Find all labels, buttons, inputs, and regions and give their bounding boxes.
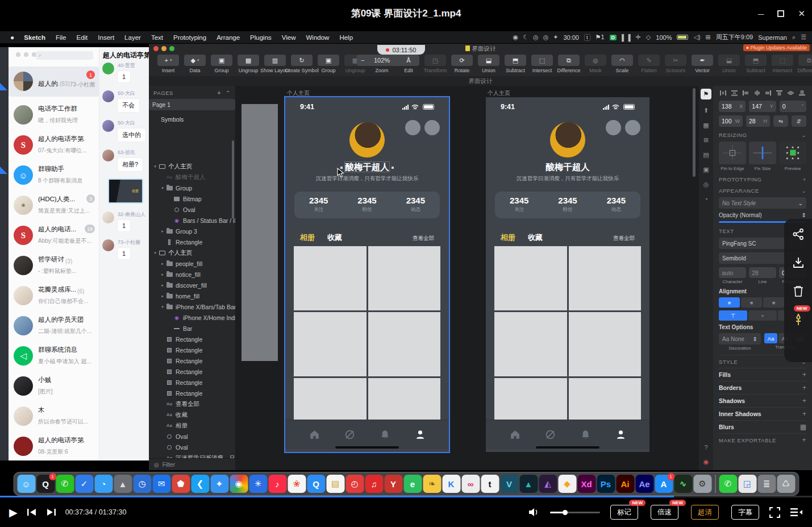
text-style-select[interactable]: No Text Style⌄ bbox=[719, 197, 806, 209]
rotation-field[interactable]: 0° bbox=[780, 101, 806, 112]
toolbar-show-layout-button[interactable]: ▥Show Layout bbox=[263, 55, 288, 73]
dock-evernote-icon[interactable]: e bbox=[403, 475, 422, 493]
chat-list-item[interactable]: 电话亭工作群嗯，传好我先理 bbox=[9, 100, 99, 130]
menu-plugins[interactable]: Plugins bbox=[245, 34, 277, 41]
layer-row[interactable]: Aa查看全部 bbox=[149, 399, 235, 409]
dock-youdao-icon[interactable]: Y bbox=[384, 475, 402, 493]
discover-icon[interactable] bbox=[544, 429, 556, 441]
toolbar-group-button[interactable]: ▣Group bbox=[316, 55, 341, 73]
align-top-icon[interactable] bbox=[776, 90, 783, 96]
layer-row[interactable]: Rectangle bbox=[149, 345, 235, 355]
toolbar-vector-button[interactable]: ✒Vector bbox=[690, 55, 715, 73]
layer-row[interactable]: Rectangle bbox=[149, 377, 235, 388]
dock-app-store-icon[interactable]: A1 bbox=[655, 475, 673, 493]
dock-alarm-app-icon[interactable]: ◴ bbox=[345, 475, 364, 493]
dock-reminders-icon[interactable]: ✓ bbox=[75, 475, 93, 493]
make-exportable-row[interactable]: MAKE EXPORTABLE+ bbox=[719, 433, 806, 446]
style-row-shadows[interactable]: Shadows+ bbox=[719, 394, 806, 407]
menubar-clock[interactable]: 周五下午9:09 bbox=[716, 33, 753, 42]
toolbar-create-symbol-button[interactable]: ↻Create Symbol bbox=[289, 55, 314, 73]
layer-row[interactable]: Oval bbox=[149, 204, 235, 215]
control-center-icon[interactable]: ☰ bbox=[801, 34, 806, 41]
dock-photoshop-icon[interactable]: Ps bbox=[597, 475, 615, 493]
dock-wechat-icon[interactable]: ✆ bbox=[56, 475, 74, 493]
y-field[interactable]: 147Y bbox=[749, 101, 776, 112]
dock-rocket-app-icon[interactable]: ▲ bbox=[114, 475, 132, 493]
user-name[interactable]: Superman bbox=[758, 34, 787, 41]
layer-row[interactable]: ▾个人主页 bbox=[149, 247, 235, 258]
align-middle-v-icon[interactable] bbox=[787, 90, 794, 96]
layer-row[interactable]: ▸notice_fill bbox=[149, 269, 235, 280]
dock-preview-app-icon[interactable]: ◲ bbox=[738, 475, 756, 493]
align-text-top-button[interactable]: ⊤ bbox=[719, 310, 747, 321]
toolbar-union-button[interactable]: ⬓Union bbox=[476, 55, 501, 73]
player-超清-button[interactable]: 超清 bbox=[691, 505, 719, 520]
dock-affinity-photo-icon[interactable]: ◭ bbox=[539, 475, 557, 493]
menu-layer[interactable]: Layer bbox=[119, 34, 146, 41]
opacity-stepper[interactable]: ⇕ bbox=[802, 212, 806, 218]
distribute-v-icon[interactable] bbox=[731, 90, 738, 96]
layers-scrollbar[interactable] bbox=[232, 140, 234, 219]
height-field[interactable]: 28H bbox=[746, 115, 770, 127]
circle-button[interactable] bbox=[405, 120, 420, 135]
profile-icon[interactable] bbox=[414, 429, 426, 441]
dock-keynote-icon[interactable]: K bbox=[442, 475, 460, 493]
fix-size-control[interactable] bbox=[749, 142, 776, 164]
dock-finder-icon[interactable]: ☺ bbox=[17, 475, 35, 493]
download-icon[interactable] bbox=[792, 256, 805, 269]
dock-system-preferences-icon[interactable]: ⚙ bbox=[693, 475, 711, 493]
menu-view[interactable]: View bbox=[277, 34, 301, 41]
chat-list-item[interactable]: S超人的电话亭第...07-兔大白:有哪位... bbox=[9, 130, 99, 160]
artboard-label[interactable]: 个人主页 bbox=[287, 89, 310, 97]
home-icon[interactable] bbox=[509, 429, 521, 441]
toolbar-zoom-button[interactable]: −102%+Zoom bbox=[369, 55, 394, 73]
plugin-tool-icon[interactable]: ▤ bbox=[703, 151, 709, 159]
width-field[interactable]: 100W bbox=[719, 115, 743, 127]
decoration-select[interactable]: Aa None⇕ bbox=[719, 333, 761, 345]
dock-activity-monitor-icon[interactable]: ∿ bbox=[674, 475, 692, 493]
dock-music-icon[interactable]: ♪ bbox=[268, 475, 286, 493]
artboard-1[interactable]: 9:41 酸梅干超人 沉迷哲学日渐消瘦，只有哲学才能让我快乐 2345关注 23… bbox=[285, 97, 449, 452]
maximize-icon[interactable] bbox=[777, 10, 784, 17]
layer-row[interactable]: Rectangle bbox=[149, 236, 235, 247]
plugin-tool-icon[interactable]: ⚑ bbox=[701, 89, 711, 99]
chat-list-item[interactable]: 超人的学员天团二期-清明:就那几个... bbox=[9, 311, 99, 341]
player-倍速-button[interactable]: 倍速NEW bbox=[651, 505, 678, 520]
layer-row[interactable]: ▸discover_fill bbox=[149, 280, 235, 291]
pin-tool[interactable]: NEW bbox=[792, 313, 805, 329]
align-center-h-icon[interactable] bbox=[753, 90, 761, 96]
dock-butterfly-app-icon[interactable]: ❧ bbox=[423, 475, 441, 493]
dock-flower-app-icon[interactable]: ✳ bbox=[249, 475, 267, 493]
distribute-h-icon[interactable] bbox=[719, 90, 727, 96]
plugin-tool-icon[interactable]: ⬆ bbox=[703, 107, 709, 114]
dock-trash-icon[interactable]: ♺ bbox=[777, 475, 795, 493]
menu-insert[interactable]: Insert bbox=[93, 34, 119, 41]
pin-to-edge-control[interactable] bbox=[719, 142, 746, 164]
view-all-link[interactable]: 查看全部 bbox=[413, 235, 434, 242]
add-page-icon[interactable]: + bbox=[218, 90, 221, 96]
status-icon[interactable]: ◎ bbox=[543, 34, 549, 41]
volume-slider[interactable] bbox=[550, 512, 600, 513]
home-icon[interactable] bbox=[309, 429, 320, 441]
layer-row[interactable]: Rectangle bbox=[149, 334, 235, 345]
dock-bird-app-icon[interactable]: ❮ bbox=[191, 475, 209, 493]
align-text-left-button[interactable]: ≡ bbox=[719, 297, 740, 308]
align-bottom-icon[interactable] bbox=[798, 90, 806, 96]
previous-button[interactable] bbox=[27, 508, 37, 516]
share-nodes-icon[interactable] bbox=[792, 228, 805, 240]
circle-button[interactable] bbox=[606, 120, 621, 135]
chevron-down-icon[interactable]: ⌄ bbox=[801, 188, 806, 194]
canvas-scrollbar[interactable] bbox=[693, 88, 696, 177]
play-button[interactable]: ▶ bbox=[9, 506, 18, 519]
wechat-traffic-lights[interactable] bbox=[16, 52, 36, 57]
toolbar-ungroup-button[interactable]: ▩Ungroup bbox=[236, 55, 261, 73]
profile-name-editing[interactable]: 酸梅干超人 bbox=[285, 161, 449, 173]
status-icon[interactable]: ◎ bbox=[533, 34, 539, 41]
bell-icon[interactable] bbox=[580, 429, 592, 441]
chat-list-item[interactable]: 小贼[图片] bbox=[9, 371, 99, 401]
toolbar-data-button[interactable]: ◆▾Data bbox=[182, 55, 207, 73]
align-right-icon[interactable] bbox=[764, 90, 772, 96]
style-row-blurs[interactable]: Blurs▦ bbox=[719, 420, 806, 433]
menu-text[interactable]: Text bbox=[146, 34, 168, 41]
plugin-updates-badge[interactable]: ● Plugin Updates Available bbox=[743, 44, 810, 51]
